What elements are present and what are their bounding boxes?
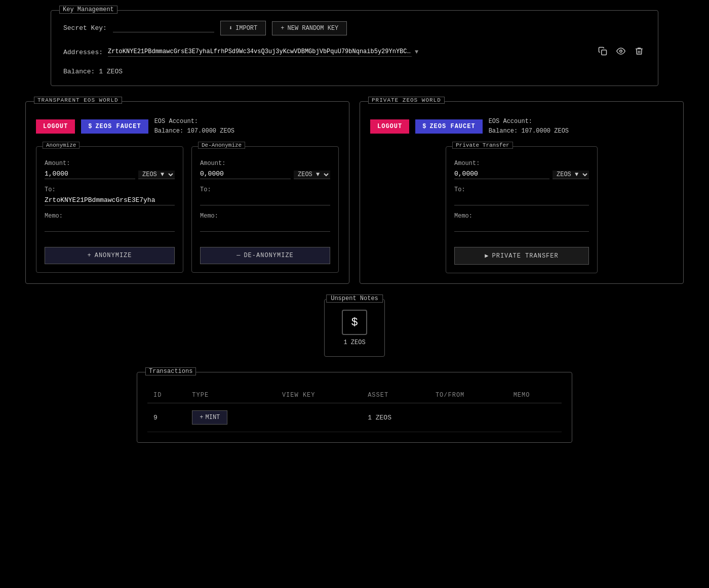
delete-address-button[interactable] — [633, 45, 646, 60]
de-anonymize-panel: De-Anonymize Amount: ZEOS ▼ To: Memo: — — [191, 146, 339, 273]
copy-address-button[interactable] — [596, 45, 609, 60]
secret-key-input[interactable] — [113, 24, 214, 32]
addresses-label: Addresses: — [63, 49, 103, 56]
anonymize-amount-label: Amount: — [45, 160, 175, 167]
address-value: ZrtoKNYE21PBdmmawcGrsE3E7yhaLfrhPSd9Wc34… — [108, 48, 412, 57]
balance-value: 1 ZEOS — [99, 68, 123, 75]
mint-button[interactable]: + MINT — [192, 410, 227, 425]
anonymize-memo-input[interactable] — [45, 223, 175, 232]
de-anonymize-amount-input[interactable] — [200, 170, 291, 179]
tx-view-key — [276, 403, 362, 432]
private-panel: PRIVATE ZEOS WORLD LOGOUT $ ZEOS FAUCET … — [360, 101, 684, 284]
de-anonymize-to-label: To: — [200, 186, 330, 193]
svg-rect-0 — [602, 50, 607, 55]
col-to-from: TO/FROM — [429, 388, 507, 403]
col-asset: ASSET — [362, 388, 429, 403]
note-dollar-icon: $ — [351, 316, 358, 329]
private-faucet-button[interactable]: $ ZEOS FAUCET — [415, 119, 482, 134]
anonymize-memo-label: Memo: — [45, 213, 175, 220]
de-anonymize-button[interactable]: — DE-ANONYMIZE — [200, 247, 330, 264]
private-to-input[interactable] — [454, 196, 589, 205]
private-balance: Balance: 107.0000 ZEOS — [489, 127, 569, 136]
tx-to-from — [429, 403, 507, 432]
private-eos-account-label: EOS Account: — [489, 117, 569, 127]
transparent-logout-button[interactable]: LOGOUT — [36, 119, 75, 134]
col-id: ID — [147, 388, 186, 403]
de-anonymize-label: De-Anonymize — [198, 142, 245, 149]
chevron-down-icon[interactable]: ▼ — [415, 49, 418, 56]
note-value: 1 ZEOS — [343, 339, 365, 346]
unspent-notes-section: Unspent Notes $ 1 ZEOS — [20, 299, 689, 357]
import-icon: ⬇ — [229, 24, 232, 32]
transactions-table: ID TYPE VIEW KEY ASSET TO/FROM MEMO 9 + … — [147, 388, 562, 432]
secret-key-label: Secret Key: — [63, 24, 107, 32]
key-management-section: Key Management Secret Key: ⬇ IMPORT + NE… — [51, 10, 658, 86]
import-button[interactable]: ⬇ IMPORT — [220, 21, 266, 35]
anonymize-to-label: To: — [45, 186, 175, 193]
private-transfer-label: Private Transfer — [452, 142, 513, 149]
transparent-panel-label: TRANSPARENT EOS WORLD — [34, 97, 122, 104]
col-memo: MEMO — [507, 388, 562, 403]
transactions-section: Transactions ID TYPE VIEW KEY ASSET TO/F… — [137, 372, 572, 443]
anonymize-amount-input[interactable] — [45, 170, 135, 179]
tx-id: 9 — [147, 403, 186, 432]
anonymize-panel: Anonymize Amount: ZEOS ▼ To: Memo: + — [36, 146, 183, 273]
private-amount-input[interactable] — [454, 170, 549, 179]
dollar-icon: $ — [88, 123, 92, 130]
transparent-balance: Balance: 107.0000 ZEOS — [154, 127, 234, 136]
svg-point-1 — [620, 50, 622, 53]
private-panel-label: PRIVATE ZEOS WORLD — [368, 97, 445, 104]
private-transfer-button[interactable]: ▶ PRIVATE TRANSFER — [454, 247, 589, 265]
unspent-notes-label: Unspent Notes — [326, 295, 383, 303]
anonymize-to-input[interactable] — [45, 196, 175, 205]
anonymize-label: Anonymize — [43, 142, 80, 149]
anonymize-button[interactable]: + ANONYMIZE — [45, 247, 175, 264]
new-random-key-button[interactable]: + NEW RANDOM KEY — [272, 21, 347, 35]
private-logout-button[interactable]: LOGOUT — [370, 119, 409, 134]
dollar-icon-private: $ — [422, 123, 426, 130]
tx-asset: 1 ZEOS — [362, 403, 429, 432]
plus-icon-mint: + — [200, 414, 203, 421]
tx-type: + MINT — [186, 403, 276, 432]
transparent-panel: TRANSPARENT EOS WORLD LOGOUT $ ZEOS FAUC… — [25, 101, 349, 284]
private-to-label: To: — [454, 186, 589, 193]
balance-label: Balance: — [63, 68, 99, 75]
note-icon: $ — [342, 310, 367, 335]
private-memo-input[interactable] — [454, 223, 589, 232]
transparent-faucet-button[interactable]: $ ZEOS FAUCET — [81, 119, 148, 134]
plus-icon: + — [281, 25, 284, 32]
de-anonymize-amount-label: Amount: — [200, 160, 330, 167]
anonymize-token-select[interactable]: ZEOS ▼ — [138, 171, 175, 179]
private-amount-label: Amount: — [454, 160, 589, 167]
de-anonymize-to-input[interactable] — [200, 196, 330, 205]
de-anonymize-memo-input[interactable] — [200, 223, 330, 232]
transparent-eos-account-label: EOS Account: — [154, 117, 234, 127]
private-token-select[interactable]: ZEOS ▼ — [553, 171, 589, 179]
col-view-key: VIEW KEY — [276, 388, 362, 403]
tx-memo — [507, 403, 562, 432]
chevron-right-icon: ▶ — [485, 252, 489, 260]
table-row: 9 + MINT 1 ZEOS — [147, 403, 562, 432]
transactions-label: Transactions — [145, 367, 196, 375]
plus-icon-anonymize: + — [87, 252, 91, 259]
private-transfer-panel: Private Transfer Amount: ZEOS ▼ To: Memo… — [446, 146, 598, 273]
private-memo-label: Memo: — [454, 213, 589, 220]
col-type: TYPE — [186, 388, 276, 403]
view-address-button[interactable] — [614, 45, 627, 60]
minus-icon-deanon: — — [237, 252, 241, 259]
unspent-notes-container: Unspent Notes $ 1 ZEOS — [324, 299, 385, 357]
de-anonymize-token-select[interactable]: ZEOS ▼ — [294, 171, 330, 179]
key-management-label: Key Management — [59, 6, 117, 14]
de-anonymize-memo-label: Memo: — [200, 213, 330, 220]
